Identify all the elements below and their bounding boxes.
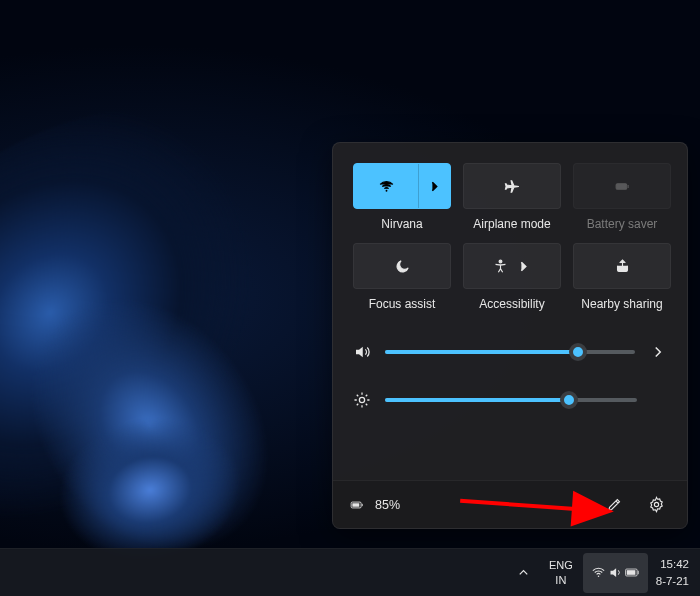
- battery-icon: [347, 498, 367, 512]
- date-text: 8-7-21: [656, 574, 689, 588]
- accessibility-toggle[interactable]: [463, 243, 561, 289]
- tile-airplane: Airplane mode: [463, 163, 561, 231]
- nearby-sharing-toggle[interactable]: [573, 243, 671, 289]
- tile-label: Nirvana: [381, 217, 422, 231]
- battery-saver-icon: [614, 178, 631, 195]
- gear-icon: [648, 496, 665, 513]
- tile-focus-assist: Focus assist: [353, 243, 451, 311]
- brightness-fill: [385, 398, 569, 402]
- system-tray: ENG IN 15:42 8-7-21: [507, 549, 700, 596]
- sliders-area: [333, 323, 687, 417]
- battery-status[interactable]: 85%: [347, 498, 400, 512]
- quick-settings-tray-button[interactable]: [583, 553, 648, 593]
- svg-point-7: [598, 576, 600, 578]
- svg-rect-5: [352, 503, 359, 507]
- tiles-grid: Nirvana Airplane mode Battery saver Focu…: [333, 143, 687, 315]
- open-settings-button[interactable]: [639, 488, 673, 522]
- battery-saver-toggle: [573, 163, 671, 209]
- wifi-expand-button[interactable]: [418, 164, 450, 208]
- pencil-icon: [606, 496, 623, 513]
- svg-point-2: [499, 260, 502, 263]
- volume-thumb[interactable]: [569, 343, 587, 361]
- audio-output-expand[interactable]: [649, 343, 667, 361]
- battery-percent: 85%: [375, 498, 400, 512]
- edit-quick-settings-button[interactable]: [597, 488, 631, 522]
- svg-point-3: [359, 397, 364, 402]
- tile-label: Nearby sharing: [581, 297, 662, 311]
- wifi-toggle[interactable]: [353, 163, 451, 209]
- wifi-icon: [378, 178, 395, 195]
- chevron-up-icon: [516, 565, 531, 580]
- lang-top: ENG: [549, 559, 573, 572]
- lang-bottom: IN: [555, 574, 566, 587]
- svg-point-6: [654, 502, 658, 506]
- brightness-icon: [353, 391, 371, 409]
- volume-fill: [385, 350, 578, 354]
- taskbar: ENG IN 15:42 8-7-21: [0, 548, 700, 596]
- focus-assist-toggle[interactable]: [353, 243, 451, 289]
- accessibility-icon: [492, 258, 509, 275]
- brightness-slider[interactable]: [385, 398, 637, 402]
- volume-row: [353, 343, 667, 361]
- chevron-right-icon: [426, 178, 443, 195]
- svg-rect-9: [626, 570, 635, 575]
- tile-label: Accessibility: [479, 297, 544, 311]
- tile-label: Focus assist: [369, 297, 436, 311]
- chevron-right-icon: [515, 258, 532, 275]
- airplane-toggle[interactable]: [463, 163, 561, 209]
- volume-icon: [353, 343, 371, 361]
- tile-label: Battery saver: [587, 217, 658, 231]
- battery-icon: [625, 565, 640, 580]
- tray-overflow-button[interactable]: [508, 553, 539, 593]
- brightness-thumb[interactable]: [560, 391, 578, 409]
- volume-icon: [608, 565, 623, 580]
- share-icon: [614, 258, 631, 275]
- wifi-main-button[interactable]: [354, 164, 418, 208]
- airplane-icon: [504, 178, 521, 195]
- moon-icon: [394, 258, 411, 275]
- svg-point-0: [385, 189, 387, 191]
- tile-wifi: Nirvana: [353, 163, 451, 231]
- panel-footer: 85%: [333, 480, 687, 528]
- language-button[interactable]: ENG IN: [541, 553, 581, 593]
- tile-nearby-sharing: Nearby sharing: [573, 243, 671, 311]
- quick-settings-panel: Nirvana Airplane mode Battery saver Focu…: [332, 142, 688, 529]
- tile-battery-saver: Battery saver: [573, 163, 671, 231]
- wifi-icon: [591, 565, 606, 580]
- tile-accessibility: Accessibility: [463, 243, 561, 311]
- brightness-row: [353, 391, 667, 409]
- clock-button[interactable]: 15:42 8-7-21: [650, 553, 699, 593]
- time-text: 15:42: [660, 557, 689, 571]
- tile-label: Airplane mode: [473, 217, 550, 231]
- volume-slider[interactable]: [385, 350, 635, 354]
